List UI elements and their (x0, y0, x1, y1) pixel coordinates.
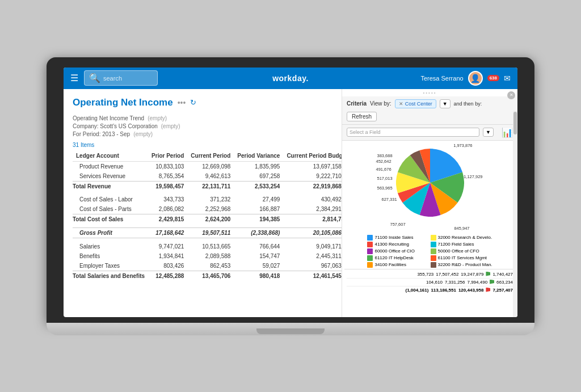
current-budget: 9,049,171 (283, 242, 342, 251)
search-input[interactable] (103, 75, 153, 82)
meta-company: Company: Scott's US Corporation (empty) (73, 123, 332, 129)
legend-color (367, 235, 373, 241)
legend-label: 61120 IT HelpDesk (374, 255, 413, 260)
cell: 104,610 (426, 280, 443, 285)
pie-label-757: 757,607 (390, 222, 406, 227)
legend-item: 60000 Office of CIO (367, 248, 429, 254)
criteria-label: Criteria (347, 100, 367, 107)
laptop-notch (256, 328, 325, 334)
current-period: 2,624,200 (187, 214, 234, 224)
meta-company-value: (empty) (161, 123, 180, 129)
message-icon[interactable]: ✉ (504, 74, 511, 83)
pie-label-627: 627,331 (382, 197, 397, 202)
laptop-frame: ☰ 🔍 workday. Teresa Serrano 👤 638 ✉ (47, 57, 534, 335)
legend-color (431, 255, 436, 261)
legend-item: 32200 R&D - Product Man. (431, 262, 492, 268)
field-select[interactable]: Select a Field (347, 128, 479, 137)
prior-period: 8,765,354 (148, 171, 187, 182)
search-box[interactable]: 🔍 (84, 70, 158, 86)
close-button[interactable]: ✕ (507, 91, 515, 99)
pie-label-452: 452,642 (376, 159, 391, 164)
col-budget: Current Period Budget (283, 150, 342, 162)
page-title-row: Operating Net Income ••• ↻ (73, 97, 332, 108)
current-period: 371,232 (187, 195, 234, 204)
cell: (1,004,161) (405, 288, 428, 293)
legend-item: 61120 IT HelpDesk (367, 255, 429, 261)
legend-label: 71100 Inside Sales (374, 235, 413, 240)
current-period: 22,131,711 (187, 181, 234, 191)
account-name: Gross Profit (73, 227, 148, 238)
account-name: Cost of Sales - Labor (73, 195, 148, 204)
table-row-total: Total Revenue 19,598,457 22,131,711 2,53… (73, 181, 342, 191)
current-period: 9,462,613 (187, 171, 234, 182)
table-header-row: Ledger Account Prior Period Current Peri… (73, 150, 342, 162)
scrollbar[interactable] (513, 111, 517, 317)
cell: 7,331,256 (445, 280, 465, 285)
table-row: Cost of Sales - Labor 343,733 371,232 27… (73, 195, 342, 204)
account-name: Total Cost of Sales (73, 214, 148, 224)
period-variance: 166,887 (234, 204, 283, 214)
account-name: Employer Taxes (73, 261, 148, 271)
pie-label-517: 517,013 (377, 176, 393, 181)
view-by-chip[interactable]: ✕ Cost Center (395, 99, 436, 108)
period-variance: (2,338,868) (234, 227, 283, 238)
chart-area: 1,973,876 383,688 452,642 491,676 517,01… (342, 141, 517, 317)
field-dropdown[interactable]: ▼ (483, 128, 494, 137)
scrollbar-thumb[interactable] (513, 112, 517, 134)
bottom-row-3: (1,004,161) 113,186,551 120,443,958 7,25… (347, 286, 513, 294)
prior-period: 10,833,103 (148, 161, 187, 171)
criteria-bar: Criteria View by: ✕ Cost Center ▼ and th… (342, 96, 517, 125)
cell: 19,247,879 (461, 272, 483, 277)
period-variance: 194,385 (234, 214, 283, 224)
refresh-icon[interactable]: ↻ (190, 98, 196, 107)
current-budget: 967,063 (283, 261, 342, 271)
laptop-base (47, 323, 534, 335)
hamburger-icon[interactable]: ☰ (70, 73, 78, 83)
app-logo: workday. (272, 73, 309, 83)
table-row-total: Total Salaries and Benefits 12,485,288 1… (73, 271, 342, 281)
legend-label: 32200 R&D - Product Man. (438, 262, 492, 267)
current-period: 2,252,968 (187, 204, 234, 214)
col-prior: Prior Period (148, 150, 187, 162)
pie-label-1973: 1,973,876 (453, 143, 472, 148)
pie-label-563: 563,965 (377, 186, 393, 191)
legend-color (367, 262, 373, 268)
pie-label-383: 383,688 (377, 153, 393, 158)
legend-item: 34100 Facilities (367, 262, 429, 268)
prior-period: 9,747,021 (148, 242, 187, 251)
table-row-total: Total Cost of Sales 2,429,815 2,624,200 … (73, 214, 342, 224)
period-variance: 1,835,995 (234, 161, 283, 171)
screen: ☰ 🔍 workday. Teresa Serrano 👤 638 ✉ (64, 68, 517, 317)
legend-item: 32000 Research & Develo. (431, 235, 492, 241)
refresh-button[interactable]: Refresh (347, 112, 377, 121)
left-panel: Operating Net Income ••• ↻ Operating Net… (64, 89, 342, 317)
view-by-label: View by: (370, 100, 391, 107)
view-by-dropdown[interactable]: ▼ (440, 99, 451, 108)
period-variance: 59,027 (234, 261, 283, 271)
pie-label-1127: 1,127,929 (464, 174, 482, 179)
chart-icon[interactable]: 📊 (502, 127, 513, 138)
title-options[interactable]: ••• (178, 98, 186, 107)
period-variance: 697,258 (234, 171, 283, 182)
prior-period: 2,429,815 (148, 214, 187, 224)
current-period: 13,465,706 (187, 271, 234, 281)
items-count: 31 Items (73, 142, 332, 148)
current-period: 2,089,588 (187, 251, 234, 261)
cell: 1,740,427 (492, 272, 513, 277)
table-row: Employer Taxes 803,426 862,453 59,027 96… (73, 261, 342, 271)
prior-period: 12,485,288 (148, 271, 187, 281)
prior-period: 2,086,082 (148, 204, 187, 214)
col-account: Ledger Account (73, 150, 148, 162)
prior-period: 17,168,642 (148, 227, 187, 238)
account-name: Product Revenue (73, 161, 148, 171)
bottom-row-2: 104,610 7,331,256 7,994,490 663,234 (347, 279, 513, 286)
chip-x[interactable]: ✕ (399, 101, 403, 107)
avatar[interactable]: 👤 (468, 71, 483, 86)
data-table: Ledger Account Prior Period Current Peri… (73, 150, 342, 281)
legend-color (367, 248, 373, 254)
meta-company-label: Company: Scott's US Corporation (73, 123, 158, 129)
cell: 17,507,452 (436, 272, 458, 277)
period-variance: 27,499 (234, 195, 283, 204)
notification-badge[interactable]: 638 (487, 75, 499, 81)
nav-right: Teresa Serrano 👤 638 ✉ (420, 71, 511, 86)
